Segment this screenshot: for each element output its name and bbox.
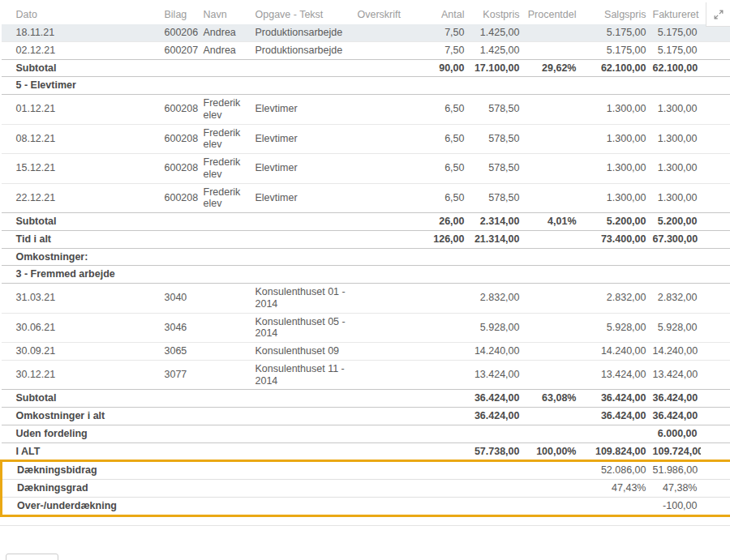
cell-navn [200, 390, 252, 408]
cell-salgspris: 73.400,00 [580, 230, 650, 248]
cell-procentdel [523, 266, 580, 284]
table-row[interactable]: 30.12.213077Konsulenthuset 11 - 201413.4… [2, 360, 730, 390]
table-row[interactable]: 22.12.21600208Frederik elevElevtimer6,50… [2, 183, 730, 213]
table-row[interactable]: 30.06.213046Konsulenthuset 05 - 20145.92… [2, 313, 730, 343]
row-spacer [701, 24, 730, 41]
cell-navn [200, 497, 252, 515]
column-header-procentdel[interactable]: Procentdel [523, 5, 580, 24]
page-size-dropdown[interactable]: Alle [6, 554, 58, 560]
cell-kostpris: 36.424,00 [468, 390, 523, 408]
row-spacer [701, 124, 730, 154]
cell-procentdel [523, 284, 580, 314]
summary-row: Subtotal26,002.314,004,01%5.200,005.200,… [2, 213, 730, 231]
cell-kostpris [468, 461, 523, 480]
table-row[interactable]: 08.12.21600208Frederik elevElevtimer6,50… [2, 124, 730, 154]
cell-overskrift [354, 95, 413, 125]
column-header-opgave[interactable]: Opgave - Tekst [252, 5, 354, 24]
column-header-faktureret[interactable]: Faktureret [650, 5, 701, 24]
cell-navn [200, 480, 252, 498]
table-row[interactable]: 31.03.213040Konsulenthuset 01 - 20142.83… [2, 284, 730, 314]
cell-salgspris: 36.424,00 [580, 390, 650, 408]
cell-antal [413, 461, 468, 480]
cell-bilag [161, 442, 200, 461]
cell-overskrift [354, 343, 413, 361]
cell-bilag: 3077 [161, 360, 200, 390]
cell-salgspris: 109.824,00 [580, 442, 650, 461]
cell-procentdel [523, 480, 580, 498]
cell-opgave: Konsulenthuset 01 - 2014 [252, 284, 354, 314]
cell-salgspris: 1.300,00 [580, 183, 650, 213]
column-header-dato[interactable]: Dato [2, 5, 161, 24]
table-row[interactable]: 18.11.21600206AndreaProduktionsarbejde7,… [2, 24, 730, 41]
row-spacer [701, 313, 730, 343]
cell-overskrift [354, 183, 413, 213]
cell-kostpris [468, 248, 523, 266]
cell-faktureret: 36.424,00 [650, 390, 701, 408]
cell-antal [413, 480, 468, 498]
cell-antal [413, 497, 468, 515]
cell-navn [200, 313, 252, 343]
cell-procentdel [523, 360, 580, 390]
cell-opgave [252, 408, 354, 425]
cell-opgave: Produktionsarbejde [252, 41, 354, 59]
cell-salgspris: 62.100,00 [580, 59, 650, 77]
cell-kostpris: 13.424,00 [468, 360, 523, 390]
cell-dato: 01.12.21 [2, 95, 161, 125]
column-header-navn[interactable]: Navn [200, 5, 252, 24]
cell-faktureret [650, 77, 701, 95]
table-row[interactable]: 30.09.213065Konsulenthuset 0914.240,0014… [2, 343, 730, 361]
cell-dato: Subtotal [2, 59, 161, 77]
cell-bilag [161, 59, 200, 77]
table-row[interactable]: 01.12.21600208Frederik elevElevtimer6,50… [2, 95, 730, 125]
column-header-bilag[interactable]: Bilag [161, 5, 200, 24]
cell-antal [413, 425, 468, 442]
expand-button[interactable] [706, 2, 730, 27]
table-row[interactable]: 15.12.21600208Frederik elevElevtimer6,50… [2, 154, 730, 184]
cell-overskrift [354, 408, 413, 425]
cell-opgave [252, 59, 354, 77]
cell-navn [200, 213, 252, 231]
cell-opgave [252, 266, 354, 284]
cell-navn [200, 59, 252, 77]
cell-faktureret: 67.300,00 [650, 230, 701, 248]
cell-navn: Frederik elev [200, 95, 252, 125]
cell-salgspris: 36.424,00 [580, 408, 650, 425]
row-spacer [701, 59, 730, 77]
table-footer: Alle 50 post(er) i alt [0, 554, 730, 560]
row-spacer [701, 284, 730, 314]
row-spacer [701, 248, 730, 266]
cell-procentdel [523, 183, 580, 213]
cell-bilag: 3040 [161, 284, 200, 314]
cell-procentdel [523, 154, 580, 184]
cell-kostpris: 1.425,00 [468, 24, 523, 41]
cell-navn [200, 230, 252, 248]
column-header-overskrift[interactable]: Overskrift [354, 5, 413, 24]
column-header-salgspris[interactable]: Salgspris [580, 5, 650, 24]
cell-antal: 90,00 [413, 59, 468, 77]
cell-kostpris [468, 266, 523, 284]
cell-kostpris: 36.424,00 [468, 408, 523, 425]
cell-overskrift [354, 442, 413, 461]
cell-overskrift [354, 360, 413, 390]
cell-dato: 3 - Fremmed arbejde [2, 266, 161, 284]
row-spacer [701, 408, 730, 425]
cell-bilag: 600206 [161, 24, 200, 41]
cell-procentdel [523, 497, 580, 515]
cell-opgave: Produktionsarbejde [252, 24, 354, 41]
cell-kostpris: 21.314,00 [468, 230, 523, 248]
cell-kostpris: 2.832,00 [468, 284, 523, 314]
table-body: 18.11.21600206AndreaProduktionsarbejde7,… [2, 24, 730, 461]
column-header-antal[interactable]: Antal [413, 5, 468, 24]
cell-opgave [252, 213, 354, 231]
table-row[interactable]: 02.12.21600207AndreaProduktionsarbejde7,… [2, 41, 730, 59]
cell-dato: Over-/underdækning [2, 497, 161, 515]
cell-faktureret: 1.300,00 [650, 95, 701, 125]
column-header-kostpris[interactable]: Kostpris [468, 5, 523, 24]
row-spacer [701, 425, 730, 442]
cell-opgave: Elevtimer [252, 154, 354, 184]
cell-kostpris: 578,50 [468, 183, 523, 213]
cell-dato: 08.12.21 [2, 124, 161, 154]
cell-salgspris: 52.086,00 [580, 461, 650, 480]
cell-procentdel [523, 41, 580, 59]
cell-navn [200, 408, 252, 425]
